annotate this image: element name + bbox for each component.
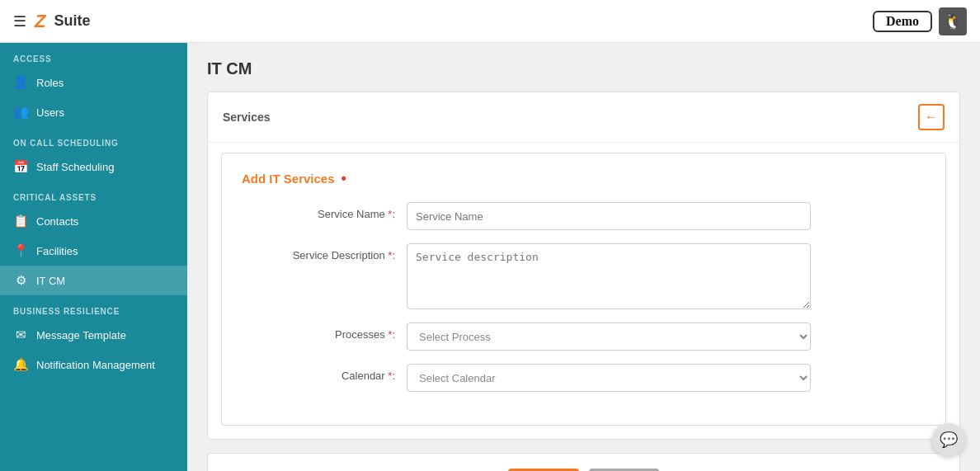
demo-badge: Demo bbox=[873, 11, 932, 32]
main-layout: ACCESS 👤 Roles 👥 Users ON CALL SCHEDULIN… bbox=[0, 43, 980, 471]
notification-icon: 🔔 bbox=[13, 357, 28, 372]
header-right: Demo 🐧 bbox=[873, 7, 967, 35]
content: IT CM Services ← Add IT Services • Servi… bbox=[187, 43, 980, 471]
processes-row: Processes *: Select Process bbox=[242, 323, 926, 351]
sidebar-section-critical: CRITICAL ASSETS bbox=[0, 181, 187, 206]
sidebar-item-label: Message Template bbox=[36, 329, 126, 341]
form-title-dot: • bbox=[342, 170, 346, 187]
services-card: Services ← Add IT Services • Service Nam… bbox=[207, 92, 960, 440]
contacts-icon: 📋 bbox=[13, 214, 28, 228]
sidebar-item-label: IT CM bbox=[36, 275, 65, 287]
processes-label: Processes *: bbox=[242, 323, 407, 341]
page-title: IT CM bbox=[207, 59, 960, 78]
sidebar-section-access: ACCESS bbox=[0, 43, 187, 68]
service-description-input[interactable] bbox=[407, 243, 811, 309]
service-description-label: Service Description *: bbox=[242, 243, 407, 261]
sidebar-item-label: Facilities bbox=[36, 245, 78, 257]
sidebar-section-oncall: ON CALL SCHEDULING bbox=[0, 127, 187, 152]
sidebar: ACCESS 👤 Roles 👥 Users ON CALL SCHEDULIN… bbox=[0, 43, 187, 471]
actions-card: Save Cancel bbox=[207, 453, 960, 471]
roles-icon: 👤 bbox=[13, 75, 28, 90]
service-name-input[interactable] bbox=[407, 202, 811, 230]
service-name-label: Service Name *: bbox=[242, 202, 407, 220]
service-name-row: Service Name *: bbox=[242, 202, 926, 230]
service-description-row: Service Description *: bbox=[242, 243, 926, 309]
form-title: Add IT Services • bbox=[242, 170, 926, 187]
staff-scheduling-icon: 📅 bbox=[13, 159, 28, 174]
sidebar-item-label: Users bbox=[36, 106, 64, 119]
logo-z: Z bbox=[35, 11, 45, 32]
sidebar-item-facilities[interactable]: 📍 Facilities bbox=[0, 236, 187, 266]
services-section-title: Services bbox=[223, 111, 271, 124]
sidebar-item-label: Contacts bbox=[36, 215, 78, 228]
card-header: Services ← bbox=[208, 92, 959, 143]
back-button[interactable]: ← bbox=[918, 104, 945, 130]
message-template-icon: ✉ bbox=[13, 327, 28, 342]
hamburger-icon[interactable]: ☰ bbox=[13, 12, 26, 31]
calendar-row: Calendar *: Select Calendar bbox=[242, 364, 926, 392]
processes-select[interactable]: Select Process bbox=[407, 323, 811, 351]
sidebar-item-users[interactable]: 👥 Users bbox=[0, 97, 187, 127]
calendar-label: Calendar *: bbox=[242, 364, 407, 382]
header-left: ☰ Z Suite bbox=[13, 11, 873, 32]
sidebar-item-message-template[interactable]: ✉ Message Template bbox=[0, 320, 187, 350]
calendar-select[interactable]: Select Calendar bbox=[407, 364, 811, 392]
sidebar-item-label: Roles bbox=[36, 77, 64, 89]
sidebar-item-itcm[interactable]: ⚙ IT CM bbox=[0, 266, 187, 295]
sidebar-item-label: Staff Scheduling bbox=[36, 161, 114, 173]
sidebar-section-business: BUSINESS RESILIENCE bbox=[0, 295, 187, 320]
sidebar-item-contacts[interactable]: 📋 Contacts bbox=[0, 206, 187, 236]
facilities-icon: 📍 bbox=[13, 243, 28, 258]
sidebar-item-roles[interactable]: 👤 Roles bbox=[0, 68, 187, 97]
itcm-icon: ⚙ bbox=[13, 273, 28, 288]
logo-suite: Suite bbox=[54, 12, 90, 30]
header: ☰ Z Suite Demo 🐧 bbox=[0, 0, 980, 43]
sidebar-item-notification-management[interactable]: 🔔 Notification Management bbox=[0, 350, 187, 379]
user-avatar[interactable]: 🐧 bbox=[939, 7, 967, 35]
form-title-text: Add IT Services bbox=[242, 172, 335, 186]
sidebar-item-label: Notification Management bbox=[36, 359, 155, 371]
users-icon: 👥 bbox=[13, 105, 28, 120]
add-services-form: Add IT Services • Service Name *: Servic… bbox=[221, 153, 946, 426]
sidebar-item-staff-scheduling[interactable]: 📅 Staff Scheduling bbox=[0, 152, 187, 181]
chat-bubble[interactable]: 💬 bbox=[932, 423, 965, 456]
